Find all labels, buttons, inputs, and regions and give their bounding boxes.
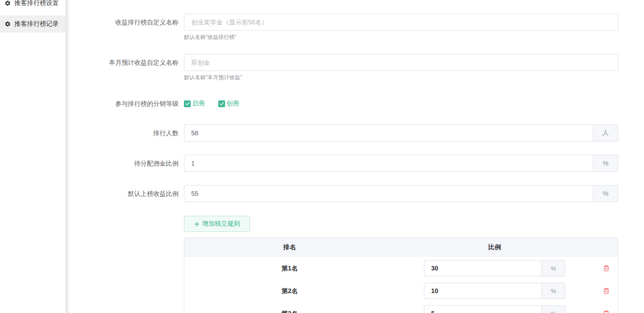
field-income-ranking-name: 收益排行榜自定义名称 默认名称"收益排行榜": [70, 14, 644, 41]
field-distribution-levels: 参与排行榜的分销等级 启善 创善: [70, 95, 644, 112]
sidebar: 推客排行榜设置 推客排行榜记录: [0, 0, 66, 313]
checkbox-checked-icon: [184, 100, 191, 107]
trash-icon: [602, 264, 610, 272]
table-row-rank3: 第3名 %: [184, 302, 618, 313]
rank1-ratio-input[interactable]: [424, 260, 541, 276]
rank-label: 第3名: [282, 310, 298, 313]
input-suffix-percent: %: [541, 283, 565, 299]
field-label: 本月预计收益自定义名称: [70, 54, 184, 71]
field-ranking-count: 排行人数 人: [70, 124, 644, 142]
ranking-settings-form: 收益排行榜自定义名称 默认名称"收益排行榜" 本月预计收益自定义名称 默认名称"…: [70, 0, 644, 313]
rules-table-header: 排名 比例: [184, 238, 618, 257]
field-help-text: 默认名称"收益排行榜": [184, 33, 618, 41]
rules-section: 增加独立规则 排名 比例 第1名 %: [70, 202, 644, 313]
plus-icon: [194, 221, 200, 227]
commission-ratio-input[interactable]: [184, 155, 593, 172]
table-row-rank1: 第1名 %: [184, 257, 618, 280]
default-income-ratio-input[interactable]: [184, 185, 593, 202]
gear-icon: [5, 21, 11, 27]
field-label: 待分配佣金比例: [70, 155, 184, 172]
delete-rule-button[interactable]: [602, 309, 610, 313]
field-help-text: 默认名称"本月预计收益": [184, 74, 618, 81]
delete-rule-button[interactable]: [602, 264, 610, 272]
ranking-count-input[interactable]: [184, 124, 593, 142]
checkbox-level-chuangshan[interactable]: 创善: [218, 100, 239, 108]
field-default-income-ratio: 默认上榜收益比例 %: [70, 185, 644, 202]
field-label: 收益排行榜自定义名称: [70, 14, 184, 31]
page: 推客排行榜设置 推客排行榜记录 收益排行榜自定义名称 默认名称"收益排行榜" 本…: [0, 0, 644, 313]
header-ratio: 比例: [395, 243, 594, 251]
field-month-income-name: 本月预计收益自定义名称 默认名称"本月预计收益": [70, 54, 644, 81]
input-suffix-percent: %: [593, 155, 618, 172]
income-ranking-name-input[interactable]: [184, 14, 618, 31]
rank2-ratio-input[interactable]: [424, 283, 541, 299]
sidebar-item-ranking-records[interactable]: 推客排行榜记录: [0, 15, 66, 33]
checkbox-label: 创善: [226, 100, 239, 108]
add-rule-button-label: 增加独立规则: [202, 220, 240, 228]
gear-icon: [5, 0, 11, 6]
delete-rule-button[interactable]: [602, 287, 610, 295]
sidebar-item-label: 推客排行榜记录: [14, 20, 59, 28]
input-suffix-percent: %: [593, 185, 618, 202]
sidebar-item-label: 推客排行榜设置: [14, 0, 59, 7]
input-suffix-unit: 人: [593, 124, 618, 142]
field-label: 默认上榜收益比例: [70, 185, 184, 202]
rank-label: 第2名: [282, 287, 298, 294]
rank3-ratio-input[interactable]: [424, 305, 541, 313]
checkbox-checked-icon: [218, 100, 225, 107]
add-rule-button[interactable]: 增加独立规则: [184, 216, 250, 232]
field-label: 参与排行榜的分销等级: [70, 95, 184, 112]
header-rank: 排名: [184, 243, 395, 251]
rules-table: 排名 比例 第1名 %: [184, 237, 618, 313]
field-label: 排行人数: [70, 124, 184, 142]
trash-icon: [602, 309, 610, 313]
rank-label: 第1名: [282, 265, 298, 272]
input-suffix-percent: %: [541, 260, 565, 276]
field-commission-ratio: 待分配佣金比例 %: [70, 155, 644, 172]
checkbox-level-qishan[interactable]: 启善: [184, 100, 205, 108]
trash-icon: [602, 287, 610, 295]
table-row-rank2: 第2名 %: [184, 280, 618, 302]
input-suffix-percent: %: [541, 305, 565, 313]
checkbox-label: 启善: [192, 100, 205, 108]
sidebar-item-ranking-settings[interactable]: 推客排行榜设置: [0, 0, 66, 12]
month-income-name-input[interactable]: [184, 54, 618, 71]
